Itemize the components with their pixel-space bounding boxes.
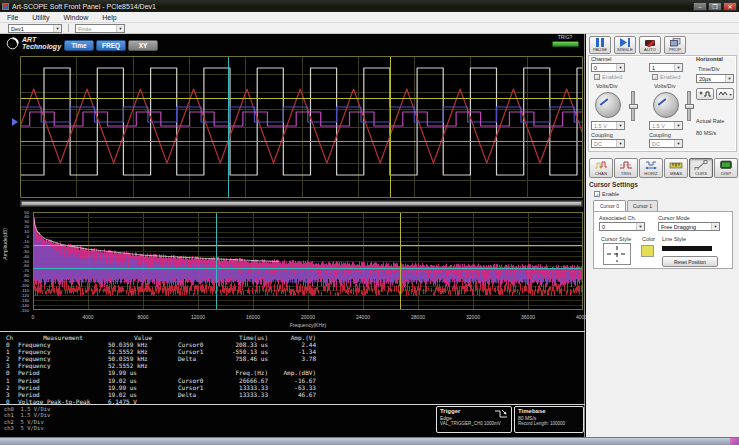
measurement-cell: 3 xyxy=(2,391,18,398)
cursor-settings-title: Cursor Settings xyxy=(589,181,638,188)
fft-x-tick: 0 xyxy=(32,314,35,320)
menu-help[interactable]: Help xyxy=(95,14,123,21)
channel0-range-select[interactable]: 1.5 V ▼ xyxy=(591,121,625,130)
slider-thumb[interactable] xyxy=(629,104,638,109)
channel-icon xyxy=(594,160,608,170)
time-view-button[interactable]: Time xyxy=(64,40,94,51)
menu-window[interactable]: Window xyxy=(56,14,95,21)
channel1-select[interactable]: 1 ▼ xyxy=(649,63,683,72)
measurement-table: ChMeasurementValueTime(us)Amp.(V)0Freque… xyxy=(2,334,320,405)
measurement-cell: 50.0359 kHz xyxy=(108,355,178,362)
timebase-info-box: Timebase 80 MS/s Record Length: 100000 xyxy=(514,406,584,433)
fft-plot[interactable] xyxy=(33,212,583,310)
channel0-coupling-select[interactable]: DC ▼ xyxy=(591,139,625,148)
line-style-label: Line Style xyxy=(662,236,686,242)
channel1-range-select[interactable]: 1.5 V ▼ xyxy=(649,121,683,130)
cursor-style-box[interactable] xyxy=(603,243,631,265)
chevron-down-icon: ▼ xyxy=(674,140,682,147)
tab-meas[interactable]: MEAS xyxy=(664,158,688,178)
tab-chan[interactable]: CHAN xyxy=(589,158,613,178)
pause-icon xyxy=(595,38,605,47)
actual-rate-value: 80 MS/s xyxy=(696,130,716,136)
fft-x-axis-label: Frequency(KHz) xyxy=(290,322,326,328)
tab-horiz[interactable]: HORIZ xyxy=(639,158,663,178)
scrollbar-thumb[interactable] xyxy=(22,202,581,205)
channel0-enabled-checkbox[interactable]: ✓ Enabled xyxy=(594,74,622,80)
channel1-enabled-checkbox[interactable]: ✓ Enabled xyxy=(652,74,680,80)
measurement-cell: 2.44 xyxy=(272,341,320,348)
falling-edge-icon xyxy=(494,409,509,419)
channel1-coupling-select[interactable]: DC ▼ xyxy=(649,139,683,148)
reset-position-button[interactable]: Reset Position xyxy=(662,256,718,267)
measurement-cell: 2 xyxy=(2,355,18,362)
xy-view-button[interactable]: XY xyxy=(128,40,158,51)
chevron-down-icon: ▼ xyxy=(616,122,624,129)
display-icon xyxy=(719,160,733,170)
device-select[interactable]: Dev1 ▼ xyxy=(8,24,62,33)
slider-thumb[interactable] xyxy=(685,104,694,109)
mode-select[interactable]: Finite ▼ xyxy=(75,24,125,33)
tab-trig[interactable]: TRIG xyxy=(614,158,638,178)
toolbar: Dev1 ▼ Finite ▼ xyxy=(0,23,739,34)
wave-mode-button[interactable]: ▾ xyxy=(716,88,734,100)
timediv-select[interactable]: 20µs ▼ xyxy=(696,74,734,83)
sine-wave-icon xyxy=(718,90,728,98)
pause-button[interactable]: PAUSE xyxy=(589,36,611,54)
zoom-wave-button[interactable] xyxy=(696,88,714,100)
trigger-status-label: TRIG? xyxy=(548,34,582,40)
measurement-cell: 19.02 us xyxy=(108,391,178,398)
menu-file[interactable]: File xyxy=(0,14,25,21)
cursor-mode-select[interactable]: Free Dragging ▼ xyxy=(658,222,720,231)
cursor-enable-checkbox[interactable]: ✓ Enable xyxy=(594,191,619,197)
measurement-cell: Frequency xyxy=(18,362,108,369)
horizontal-icon xyxy=(644,160,658,170)
measurement-cell: 52.5552 kHz xyxy=(108,362,178,369)
chevron-down-icon: ▼ xyxy=(674,64,682,71)
chevron-down-icon: ▼ xyxy=(636,223,644,230)
chevron-down-icon: ▼ xyxy=(616,64,624,71)
measurement-cell: Freq.(Hz) xyxy=(214,369,272,376)
channel1-voltsdiv-knob[interactable] xyxy=(653,92,679,118)
measurement-cell: 46.67 xyxy=(272,391,320,398)
channel-group-label: Channel xyxy=(591,56,612,62)
control-panel: PAUSE SINGLE AUTO PROP Channel 0 ▼ ✓ Ena… xyxy=(586,34,739,437)
chevron-down-icon: ▼ xyxy=(116,25,124,32)
channel0-voltsdiv-knob[interactable] xyxy=(595,92,621,118)
measurement-cell: Cursor1 xyxy=(178,348,214,355)
associated-ch-select[interactable]: 0 ▼ xyxy=(599,222,645,231)
channel-status-line: ch3 5 V/Div xyxy=(4,425,50,431)
measurement-cell: Frequency xyxy=(18,348,108,355)
tab-cursor-1[interactable]: Cursor 1 xyxy=(627,200,658,211)
tab-curs[interactable]: CURS xyxy=(689,158,713,178)
display-area: ART Technology Time FREQ XY TRIG? Amplit… xyxy=(0,34,585,437)
voltsdiv-label: Volts/Div xyxy=(654,83,675,89)
cursor-color-swatch[interactable] xyxy=(641,245,654,257)
line-style-preview[interactable] xyxy=(662,246,712,251)
cursor-mode-label: Cursor Mode xyxy=(658,215,690,221)
color-label: Color xyxy=(642,236,655,242)
channel0-select[interactable]: 0 ▼ xyxy=(591,63,625,72)
measurement-cell xyxy=(178,369,214,376)
menu-utility[interactable]: Utility xyxy=(25,14,56,21)
tab-disp[interactable]: DISP xyxy=(714,158,738,178)
freq-view-button[interactable]: FREQ xyxy=(96,40,126,51)
channel0-position-slider[interactable] xyxy=(631,91,635,121)
chevron-down-icon: ▼ xyxy=(616,140,624,147)
chevron-down-icon: ▼ xyxy=(711,223,719,230)
window-title: Art-SCOPE Soft Front Panel - PCIe8514/De… xyxy=(12,3,156,10)
scope-plot[interactable] xyxy=(20,56,583,198)
tab-cursor-0[interactable]: Cursor 0 xyxy=(593,200,626,211)
scope-scrollbar[interactable] xyxy=(20,200,583,207)
close-button[interactable]: ✕ xyxy=(723,2,737,11)
trigger-level-marker-icon[interactable] xyxy=(12,118,18,126)
auto-button[interactable]: AUTO xyxy=(639,36,661,54)
maximize-button[interactable]: ❐ xyxy=(708,2,722,11)
menu-bar: File Utility Window Help xyxy=(0,12,739,23)
measurement-cell: 13333.33 xyxy=(214,384,272,391)
minimize-button[interactable]: – xyxy=(693,2,707,11)
channel1-position-slider[interactable] xyxy=(687,91,691,121)
fft-x-tick: 8000 xyxy=(137,314,148,320)
trigger-icon xyxy=(619,160,633,170)
single-button[interactable]: SINGLE xyxy=(614,36,636,54)
prop-button[interactable]: PROP xyxy=(664,36,686,54)
